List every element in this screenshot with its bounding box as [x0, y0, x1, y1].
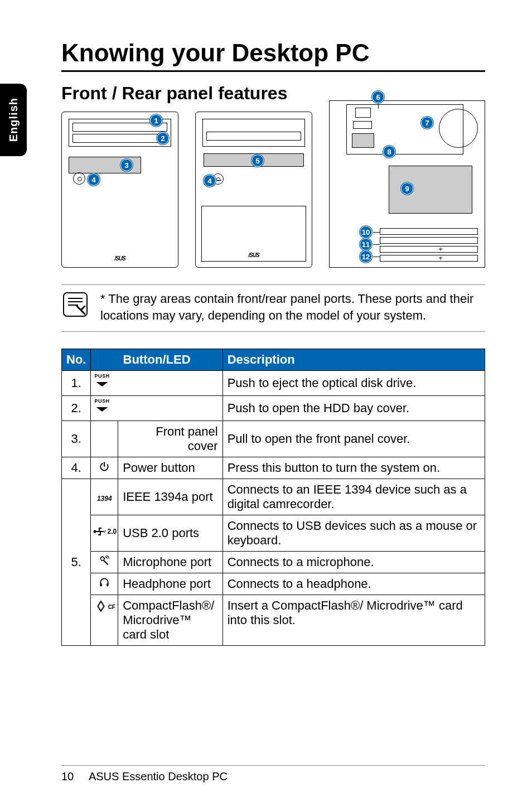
row-label: USB 2.0 ports [118, 515, 223, 552]
push-label: PUSH [94, 398, 109, 404]
page-content: Knowing your Desktop PC Front / Rear pan… [61, 39, 485, 646]
svg-line-5 [104, 561, 108, 565]
voltage-switch [353, 121, 372, 129]
rear-port-gray-small [352, 133, 374, 148]
row-label: Power button [118, 457, 223, 479]
row-label: CompactFlash®/ Microdrive™ card slot [118, 595, 223, 646]
language-label: English [7, 98, 20, 142]
callout-5: 5 [252, 154, 264, 167]
microphone-icon [91, 552, 118, 573]
table-row: 1. PUSH Push to eject the optical disk d… [62, 371, 485, 396]
note-block: * The gray areas contain front/rear pane… [61, 284, 485, 332]
row-label: Microphone port [118, 552, 223, 573]
row-no: 2. [62, 396, 91, 421]
row-desc: Press this button to turn the system on. [223, 457, 485, 479]
row-no: 5. [62, 479, 91, 646]
power-socket [355, 108, 371, 118]
push-icon-cell: PUSH [91, 371, 223, 396]
push-label: PUSH [94, 373, 109, 379]
language-side-tab: English [0, 84, 27, 156]
psu-fan [439, 109, 478, 148]
row-desc: Insert a CompactFlash®/ Microdrive™ card… [223, 595, 485, 646]
power-icon [91, 457, 118, 479]
table-row: Headphone port Connects to a headphone. [62, 573, 485, 595]
diagram-row: /SUS 1 2 3 4 /SUS 5 4 [61, 112, 485, 268]
row-desc: Connects to an IEEE 1394 device such as … [223, 479, 485, 515]
callout-8: 8 [383, 146, 395, 158]
callout-4a: 4 [88, 173, 100, 186]
usb-icon: 2.0 [91, 515, 118, 552]
row-no: 4. [62, 457, 91, 479]
callout-4b: 4 [204, 175, 216, 187]
front-panel-closed-diagram: /SUS 1 2 3 4 [61, 112, 178, 268]
table-row: 2.0 USB 2.0 ports Connects to USB device… [62, 515, 485, 552]
svg-rect-6 [100, 583, 102, 587]
row-desc: Connects to a microphone. [223, 552, 485, 573]
front-panel-open-diagram: /SUS 5 4 [195, 112, 312, 268]
table-row: Microphone port Connects to a microphone… [62, 552, 485, 573]
row-label: Headphone port [118, 573, 223, 595]
row-desc: Connects to a headphone. [223, 573, 485, 595]
callout-10: 10 [360, 226, 372, 238]
row-desc: Connects to USB devices such as a mouse … [223, 515, 485, 552]
callout-3: 3 [120, 159, 133, 171]
note-text: * The gray areas contain front/rear pane… [100, 291, 485, 323]
row-label: IEEE 1394a port [118, 479, 223, 515]
rear-panel-diagram: + + 6 7 8 9 10 11 12 [329, 100, 485, 268]
row-desc: Pull to open the front panel cover. [223, 421, 485, 457]
callout-12: 12 [360, 250, 372, 263]
asus-logo-2: /SUS [196, 252, 312, 258]
callout-11: 11 [360, 238, 372, 250]
svg-rect-7 [107, 583, 108, 587]
empty-icon-cell [91, 421, 118, 457]
ieee1394-icon: 1394 [91, 479, 118, 515]
row-desc: Push to eject the optical disk drive. [223, 371, 485, 396]
table-row: 5. 1394 IEEE 1394a port Connects to an I… [62, 479, 485, 515]
asus-logo: /SUS [62, 255, 178, 262]
th-button-led: Button/LED [91, 349, 223, 371]
table-row: 2. PUSH Push to open the HDD bay cover. [62, 396, 485, 421]
page-footer: 10 ASUS Essentio Desktop PC [61, 765, 485, 783]
book-title: ASUS Essentio Desktop PC [89, 770, 228, 782]
callout-7: 7 [421, 117, 433, 129]
expansion-slots: + + [380, 226, 478, 262]
power-button-outline [73, 172, 85, 185]
note-icon [61, 291, 89, 318]
callout-9: 9 [401, 182, 413, 195]
row-no: 1. [62, 371, 91, 396]
table-row: 4. Power button Press this button to tur… [62, 457, 485, 479]
headphone-icon [91, 573, 118, 595]
th-description: Description [223, 349, 485, 371]
table-row: CF CompactFlash®/ Microdrive™ card slot … [62, 595, 485, 646]
th-no: No. [62, 349, 91, 371]
table-row: 3. Front panel cover Pull to open the fr… [62, 421, 485, 457]
row-desc: Push to open the HDD bay cover. [223, 396, 485, 421]
push-icon-cell: PUSH [91, 396, 223, 421]
page-title: Knowing your Desktop PC [61, 39, 485, 72]
optical-bay-open [202, 119, 305, 147]
callout-2: 2 [157, 132, 169, 144]
callout-1: 1 [150, 114, 162, 127]
row-label: Front panel cover [118, 421, 223, 457]
callout-6: 6 [372, 91, 384, 103]
compactflash-icon: CF [91, 595, 118, 646]
row-no: 3. [62, 421, 91, 457]
features-table: No. Button/LED Description 1. PUSH Push … [61, 349, 485, 646]
page-number: 10 [61, 770, 74, 782]
